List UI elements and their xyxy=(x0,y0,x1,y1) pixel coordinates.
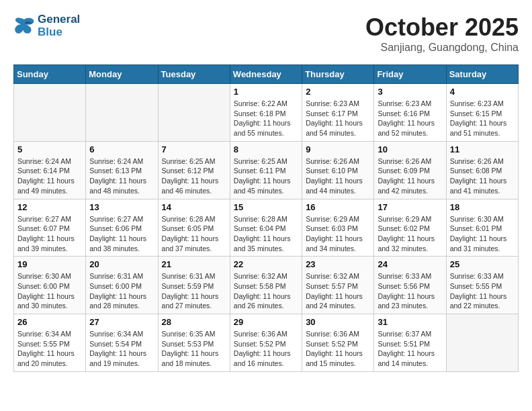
day-info: Sunrise: 6:34 AM Sunset: 5:54 PM Dayligh… xyxy=(89,329,154,369)
calendar-cell: 4Sunrise: 6:23 AM Sunset: 6:15 PM Daylig… xyxy=(446,84,518,142)
day-info: Sunrise: 6:31 AM Sunset: 5:59 PM Dayligh… xyxy=(162,271,226,311)
weekday-header-monday: Monday xyxy=(86,65,158,84)
logo-text-line2: Blue xyxy=(38,26,80,39)
day-info: Sunrise: 6:36 AM Sunset: 5:52 PM Dayligh… xyxy=(306,329,370,369)
day-number: 13 xyxy=(89,202,154,212)
day-number: 6 xyxy=(89,144,154,154)
day-info: Sunrise: 6:27 AM Sunset: 6:06 PM Dayligh… xyxy=(89,214,154,254)
day-info: Sunrise: 6:32 AM Sunset: 5:57 PM Dayligh… xyxy=(306,271,370,311)
day-number: 21 xyxy=(162,259,226,269)
calendar-cell: 18Sunrise: 6:30 AM Sunset: 6:01 PM Dayli… xyxy=(446,199,518,257)
calendar-cell: 15Sunrise: 6:28 AM Sunset: 6:04 PM Dayli… xyxy=(230,199,302,257)
weekday-header-wednesday: Wednesday xyxy=(230,65,302,84)
day-info: Sunrise: 6:29 AM Sunset: 6:03 PM Dayligh… xyxy=(306,214,370,254)
calendar-cell: 6Sunrise: 6:24 AM Sunset: 6:13 PM Daylig… xyxy=(86,141,158,199)
calendar-cell: 7Sunrise: 6:25 AM Sunset: 6:12 PM Daylig… xyxy=(158,141,230,199)
calendar-cell: 26Sunrise: 6:34 AM Sunset: 5:55 PM Dayli… xyxy=(14,314,86,372)
logo-text-line1: General xyxy=(38,13,80,26)
day-info: Sunrise: 6:25 AM Sunset: 6:12 PM Dayligh… xyxy=(162,156,226,196)
day-number: 18 xyxy=(450,202,515,212)
day-number: 17 xyxy=(378,202,442,212)
day-info: Sunrise: 6:35 AM Sunset: 5:53 PM Dayligh… xyxy=(162,329,226,369)
day-number: 24 xyxy=(378,259,442,269)
day-info: Sunrise: 6:23 AM Sunset: 6:16 PM Dayligh… xyxy=(378,99,442,138)
day-number: 8 xyxy=(234,144,298,154)
day-info: Sunrise: 6:23 AM Sunset: 6:15 PM Dayligh… xyxy=(450,99,515,138)
day-number: 31 xyxy=(378,317,442,327)
calendar-cell: 24Sunrise: 6:33 AM Sunset: 5:56 PM Dayli… xyxy=(374,257,446,314)
title-block: October 2025 Sanjiang, Guangdong, China xyxy=(365,13,519,54)
calendar-cell: 27Sunrise: 6:34 AM Sunset: 5:54 PM Dayli… xyxy=(86,314,158,372)
day-number: 14 xyxy=(162,202,226,212)
calendar-cell: 9Sunrise: 6:26 AM Sunset: 6:10 PM Daylig… xyxy=(302,141,374,199)
day-number: 22 xyxy=(234,259,298,269)
calendar-cell: 19Sunrise: 6:30 AM Sunset: 6:00 PM Dayli… xyxy=(14,257,86,314)
day-info: Sunrise: 6:32 AM Sunset: 5:58 PM Dayligh… xyxy=(234,271,298,311)
calendar-cell xyxy=(158,84,230,142)
day-info: Sunrise: 6:28 AM Sunset: 6:05 PM Dayligh… xyxy=(162,214,226,254)
weekday-header-saturday: Saturday xyxy=(446,65,518,84)
calendar-cell: 21Sunrise: 6:31 AM Sunset: 5:59 PM Dayli… xyxy=(158,257,230,314)
weekday-header-tuesday: Tuesday xyxy=(158,65,230,84)
day-info: Sunrise: 6:28 AM Sunset: 6:04 PM Dayligh… xyxy=(234,214,298,254)
day-info: Sunrise: 6:30 AM Sunset: 6:00 PM Dayligh… xyxy=(17,271,82,311)
day-number: 27 xyxy=(89,317,154,327)
calendar-cell: 25Sunrise: 6:33 AM Sunset: 5:55 PM Dayli… xyxy=(446,257,518,314)
calendar-cell: 8Sunrise: 6:25 AM Sunset: 6:11 PM Daylig… xyxy=(230,141,302,199)
day-info: Sunrise: 6:33 AM Sunset: 5:55 PM Dayligh… xyxy=(450,271,515,311)
day-info: Sunrise: 6:36 AM Sunset: 5:52 PM Dayligh… xyxy=(234,329,298,369)
calendar-cell: 14Sunrise: 6:28 AM Sunset: 6:05 PM Dayli… xyxy=(158,199,230,257)
day-info: Sunrise: 6:23 AM Sunset: 6:17 PM Dayligh… xyxy=(306,99,370,138)
day-info: Sunrise: 6:37 AM Sunset: 5:51 PM Dayligh… xyxy=(378,329,442,369)
calendar-cell: 20Sunrise: 6:31 AM Sunset: 6:00 PM Dayli… xyxy=(86,257,158,314)
calendar-cell: 1Sunrise: 6:22 AM Sunset: 6:18 PM Daylig… xyxy=(230,84,302,142)
day-number: 12 xyxy=(17,202,82,212)
day-number: 26 xyxy=(17,317,82,327)
calendar-cell: 31Sunrise: 6:37 AM Sunset: 5:51 PM Dayli… xyxy=(374,314,446,372)
calendar-cell: 30Sunrise: 6:36 AM Sunset: 5:52 PM Dayli… xyxy=(302,314,374,372)
day-info: Sunrise: 6:26 AM Sunset: 6:08 PM Dayligh… xyxy=(450,156,515,196)
day-number: 3 xyxy=(378,87,442,97)
day-number: 5 xyxy=(17,144,82,154)
day-info: Sunrise: 6:24 AM Sunset: 6:14 PM Dayligh… xyxy=(17,156,82,196)
calendar-table: SundayMondayTuesdayWednesdayThursdayFrid… xyxy=(13,64,519,372)
day-info: Sunrise: 6:34 AM Sunset: 5:55 PM Dayligh… xyxy=(17,329,82,369)
calendar-cell xyxy=(446,314,518,372)
day-number: 23 xyxy=(306,259,370,269)
day-number: 28 xyxy=(162,317,226,327)
day-number: 15 xyxy=(234,202,298,212)
calendar-cell xyxy=(86,84,158,142)
calendar-cell: 22Sunrise: 6:32 AM Sunset: 5:58 PM Dayli… xyxy=(230,257,302,314)
day-info: Sunrise: 6:30 AM Sunset: 6:01 PM Dayligh… xyxy=(450,214,515,254)
calendar-cell: 29Sunrise: 6:36 AM Sunset: 5:52 PM Dayli… xyxy=(230,314,302,372)
day-number: 4 xyxy=(450,87,515,97)
page-header: General Blue October 2025 Sanjiang, Guan… xyxy=(13,13,519,54)
day-number: 16 xyxy=(306,202,370,212)
day-number: 2 xyxy=(306,87,370,97)
calendar-cell xyxy=(14,84,86,142)
calendar-cell: 12Sunrise: 6:27 AM Sunset: 6:07 PM Dayli… xyxy=(14,199,86,257)
day-info: Sunrise: 6:22 AM Sunset: 6:18 PM Dayligh… xyxy=(234,99,298,138)
day-number: 25 xyxy=(450,259,515,269)
calendar-cell: 3Sunrise: 6:23 AM Sunset: 6:16 PM Daylig… xyxy=(374,84,446,142)
calendar-cell: 10Sunrise: 6:26 AM Sunset: 6:09 PM Dayli… xyxy=(374,141,446,199)
day-info: Sunrise: 6:26 AM Sunset: 6:10 PM Dayligh… xyxy=(306,156,370,196)
calendar-cell: 2Sunrise: 6:23 AM Sunset: 6:17 PM Daylig… xyxy=(302,84,374,142)
location-subtitle: Sanjiang, Guangdong, China xyxy=(365,42,519,54)
calendar-cell: 5Sunrise: 6:24 AM Sunset: 6:14 PM Daylig… xyxy=(14,141,86,199)
calendar-cell: 16Sunrise: 6:29 AM Sunset: 6:03 PM Dayli… xyxy=(302,199,374,257)
calendar-cell: 28Sunrise: 6:35 AM Sunset: 5:53 PM Dayli… xyxy=(158,314,230,372)
day-info: Sunrise: 6:27 AM Sunset: 6:07 PM Dayligh… xyxy=(17,214,82,254)
month-title: October 2025 xyxy=(365,13,519,42)
day-number: 30 xyxy=(306,317,370,327)
logo-bird-icon xyxy=(13,17,35,36)
logo: General Blue xyxy=(13,13,80,38)
day-number: 11 xyxy=(450,144,515,154)
day-number: 9 xyxy=(306,144,370,154)
day-number: 19 xyxy=(17,259,82,269)
calendar-cell: 17Sunrise: 6:29 AM Sunset: 6:02 PM Dayli… xyxy=(374,199,446,257)
day-number: 20 xyxy=(89,259,154,269)
day-number: 7 xyxy=(162,144,226,154)
calendar-cell: 23Sunrise: 6:32 AM Sunset: 5:57 PM Dayli… xyxy=(302,257,374,314)
day-info: Sunrise: 6:26 AM Sunset: 6:09 PM Dayligh… xyxy=(378,156,442,196)
